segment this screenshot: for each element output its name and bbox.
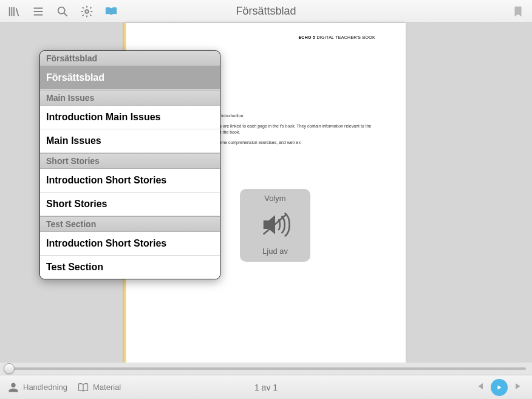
svg-point-1 — [85, 10, 89, 13]
progress-slider[interactable] — [6, 367, 526, 370]
toc-item[interactable]: Introduction Main Issues — [40, 106, 220, 129]
book-open-icon[interactable] — [103, 4, 119, 19]
progress-slider-thumb[interactable] — [4, 363, 15, 374]
toc-item[interactable]: Short Stories — [40, 193, 220, 216]
top-toolbar: Försättsblad — [0, 0, 532, 23]
handledning-label: Handledning — [23, 383, 67, 392]
svg-point-0 — [58, 7, 65, 13]
volume-overlay: Volym Ljud av — [240, 189, 310, 262]
page-header-text: ECHO 5 DIGITAL TEACHER'S BOOK — [298, 35, 375, 39]
volume-status: Ljud av — [262, 247, 288, 256]
skip-forward-button[interactable] — [513, 380, 525, 395]
bottom-left-group: Handledning Material — [7, 381, 121, 394]
material-button[interactable]: Material — [77, 381, 121, 394]
toc-section-header: Main Issues — [40, 90, 220, 106]
muted-icon — [256, 205, 295, 244]
skip-back-button[interactable] — [474, 380, 486, 395]
bottom-bar: Handledning Material 1 av 1 — [0, 375, 532, 399]
toc-item[interactable]: Försättsblad — [40, 66, 220, 90]
bookmark-icon[interactable] — [510, 4, 526, 19]
toc-section-header: Försättsblad — [40, 51, 220, 66]
toc-item[interactable]: Introduction Short Stories — [40, 169, 220, 193]
progress-slider-area — [0, 363, 532, 375]
search-icon[interactable] — [55, 4, 70, 19]
toc-section-header: Short Stories — [40, 153, 220, 169]
gear-icon[interactable] — [79, 4, 95, 19]
play-button[interactable] — [491, 379, 508, 396]
toc-item[interactable]: Main Issues — [40, 129, 220, 153]
toolbar-left-group — [6, 4, 119, 19]
toc-section-header: Test Section — [40, 216, 220, 232]
page-header-bold: ECHO 5 — [298, 35, 315, 39]
page-header-rest: DIGITAL TEACHER'S BOOK — [315, 35, 375, 39]
material-label: Material — [93, 383, 121, 392]
page-area: ECHO 5 DIGITAL TEACHER'S BOOK t work, pl… — [0, 23, 532, 363]
toc-icon[interactable] — [30, 4, 46, 19]
toc-popover: Försättsblad Försättsblad Main Issues In… — [39, 50, 220, 279]
toolbar-right-group — [510, 4, 526, 19]
toc-item[interactable]: Test Section — [40, 256, 220, 279]
library-icon[interactable] — [6, 4, 22, 19]
bottom-right-group — [474, 379, 525, 396]
volume-title: Volym — [264, 194, 285, 203]
toc-item[interactable]: Introduction Short Stories — [40, 232, 220, 256]
handledning-button[interactable]: Handledning — [7, 381, 67, 394]
